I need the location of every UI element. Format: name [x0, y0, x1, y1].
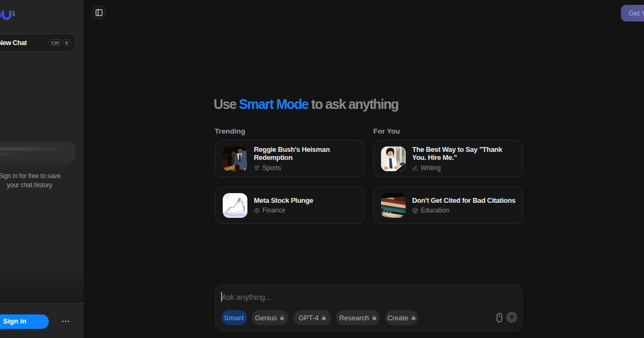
svg-text:.COM: .COM	[12, 10, 15, 16]
